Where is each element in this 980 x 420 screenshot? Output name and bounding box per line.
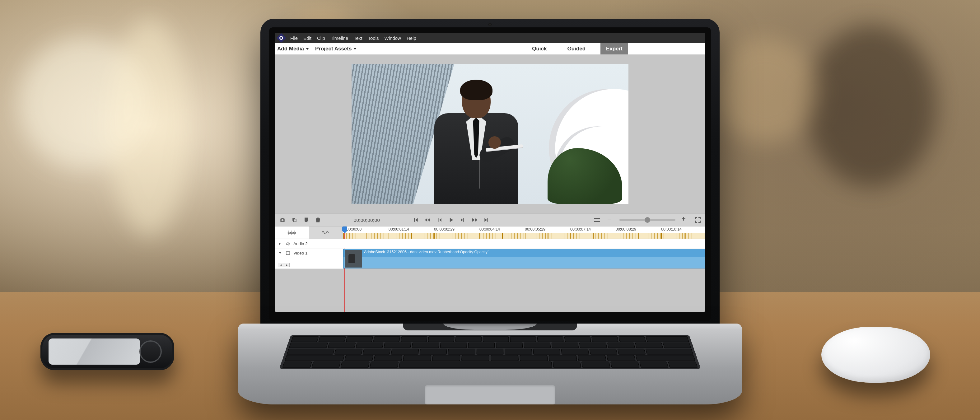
- mode-tab-expert[interactable]: Expert: [600, 43, 628, 54]
- menu-help[interactable]: Help: [407, 35, 416, 41]
- track-header-video-1[interactable]: Video 1 ◂ ▸: [275, 249, 343, 269]
- ruler-label: 00;00;04;14: [479, 227, 500, 231]
- preview-monitor[interactable]: [352, 64, 628, 204]
- step-forward-icon[interactable]: [459, 216, 467, 224]
- ruler-label: 00;00;05;29: [525, 227, 546, 231]
- preview-area: [275, 55, 705, 213]
- trash-icon[interactable]: [314, 216, 322, 224]
- zoom-slider[interactable]: [619, 219, 675, 221]
- rewind-icon[interactable]: [423, 216, 431, 224]
- top-toolbar: Add Media Project Assets Quick Guided Ex…: [275, 43, 705, 55]
- menu-window[interactable]: Window: [385, 35, 401, 41]
- fast-forward-icon[interactable]: [471, 216, 479, 224]
- app-logo-icon: [276, 33, 286, 43]
- timeline-clip[interactable]: AdobeStock_315212806 - dark video.mov Ru…: [343, 249, 705, 269]
- current-timecode[interactable]: 00;00;00;00: [348, 218, 385, 223]
- track-label: Video 1: [293, 251, 308, 255]
- zoom-out-icon[interactable]: [606, 216, 614, 224]
- transport-right-cluster: [593, 216, 702, 224]
- menu-timeline[interactable]: Timeline: [331, 35, 348, 41]
- track-audio-2: Audio 2: [275, 239, 705, 249]
- photo-scene: File Edit Clip Timeline Text Tools Windo…: [0, 0, 980, 420]
- goto-end-icon[interactable]: [482, 216, 491, 224]
- mode-tab-quick[interactable]: Quick: [527, 43, 552, 54]
- mode-tabs: Quick Guided Expert: [527, 43, 628, 54]
- track-body-audio-2[interactable]: [343, 239, 705, 248]
- ruler-labels: 0;00;00;00 00;00;01;14 00;00;02;29 00;00…: [343, 227, 705, 233]
- project-assets-dropdown[interactable]: Project Assets: [315, 46, 356, 52]
- expand-icon[interactable]: [278, 242, 283, 246]
- play-icon[interactable]: [447, 216, 455, 224]
- transport-bar: 00;00;00;00: [275, 213, 705, 226]
- ruler-label: 00;00;10;14: [661, 227, 682, 231]
- menu-file[interactable]: File: [290, 35, 298, 41]
- video-tracks-toggle[interactable]: [275, 226, 309, 239]
- mode-tab-guided[interactable]: Guided: [562, 43, 592, 54]
- track-nav-buttons: ◂ ▸: [278, 263, 290, 267]
- laptop-base: [238, 323, 742, 404]
- audio-tracks-toggle[interactable]: [309, 226, 343, 239]
- track-body-video-1[interactable]: AdobeStock_315212806 - dark video.mov Ru…: [343, 249, 705, 269]
- timeline: Audio 2 Video 1 ◂ ▸: [275, 239, 705, 269]
- clip-property: Rubberband:Opacity:Opacity`: [438, 250, 489, 254]
- menu-text[interactable]: Text: [354, 35, 363, 41]
- marker-icon[interactable]: [302, 216, 310, 224]
- track-label: Audio 2: [293, 242, 308, 246]
- track-prev-button[interactable]: ◂: [278, 263, 283, 267]
- menu-tools[interactable]: Tools: [368, 35, 379, 41]
- prop-phone: [40, 333, 174, 370]
- goto-start-icon[interactable]: [412, 216, 420, 224]
- collapse-icon[interactable]: [278, 251, 283, 255]
- prop-laptop: File Edit Clip Timeline Text Tools Windo…: [238, 19, 742, 410]
- ruler-label: 00;00;01;14: [388, 227, 409, 231]
- clip-thumbnail: [345, 250, 362, 267]
- prop-mouse: [821, 327, 930, 383]
- timeline-view-toggles: [275, 226, 343, 239]
- laptop-lid: File Edit Clip Timeline Text Tools Windo…: [260, 19, 720, 330]
- camera-icon[interactable]: [278, 216, 286, 224]
- ruler-minor-ticks: [343, 233, 705, 239]
- zoom-slider-knob[interactable]: [644, 217, 650, 223]
- track-video-1: Video 1 ◂ ▸ AdobeStock_315212806 - dark …: [275, 249, 705, 269]
- ruler-row: 0;00;00;00 00;00;01;14 00;00;02;29 00;00…: [275, 226, 705, 239]
- app-window: File Edit Clip Timeline Text Tools Windo…: [275, 33, 705, 312]
- menu-clip[interactable]: Clip: [317, 35, 325, 41]
- speaker-icon[interactable]: [286, 242, 290, 246]
- step-back-icon[interactable]: [435, 216, 443, 224]
- track-header-audio-2[interactable]: Audio 2: [275, 239, 343, 248]
- tools-icon[interactable]: [593, 216, 601, 224]
- zoom-in-icon[interactable]: [681, 216, 689, 224]
- ruler-label: 00;00;02;29: [434, 227, 455, 231]
- add-media-dropdown[interactable]: Add Media: [277, 46, 309, 52]
- menu-edit[interactable]: Edit: [303, 35, 312, 41]
- track-next-button[interactable]: ▸: [284, 263, 290, 267]
- menu-bar: File Edit Clip Timeline Text Tools Windo…: [275, 33, 705, 43]
- opacity-rubberband[interactable]: [344, 260, 705, 260]
- laptop-keyboard: [279, 335, 701, 369]
- new-item-icon[interactable]: [290, 216, 298, 224]
- ruler-label: 00;00;08;29: [616, 227, 636, 231]
- webcam-dot: [488, 23, 492, 26]
- clip-filename: AdobeStock_315212806 - dark video.mov: [364, 250, 436, 254]
- timeline-ruler[interactable]: 0;00;00;00 00;00;01;14 00;00;02;29 00;00…: [343, 226, 705, 239]
- filmstrip-icon[interactable]: [286, 251, 290, 255]
- ruler-label: 00;00;07;14: [570, 227, 591, 231]
- fullscreen-icon[interactable]: [694, 216, 702, 224]
- laptop-trackpad: [425, 385, 555, 404]
